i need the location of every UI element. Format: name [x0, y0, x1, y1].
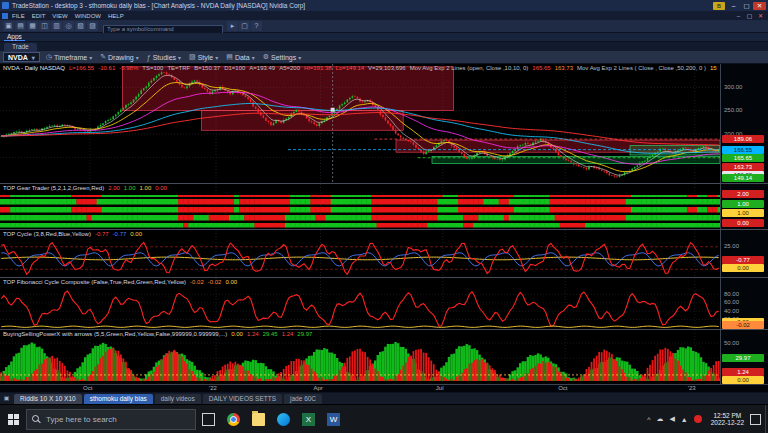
workspace-tab[interactable]: sthomoku daily bias: [84, 394, 153, 404]
cycle-plot[interactable]: [0, 230, 720, 278]
clock-date: 2022-12-22: [711, 419, 744, 426]
chart-analysis-icon[interactable]: ◫: [39, 21, 50, 31]
chart-tool-label: Studies: [153, 54, 176, 61]
menu-edit[interactable]: EDIT: [32, 13, 46, 19]
maximize-button[interactable]: ▢: [740, 2, 753, 10]
chart-tool-label: Timeframe: [54, 54, 87, 61]
close-button[interactable]: ✕: [753, 2, 766, 10]
chart-tool-settings[interactable]: ⚙Settings▾: [263, 53, 302, 61]
minimize-button[interactable]: –: [727, 2, 740, 9]
time-axis-label: '22: [209, 385, 217, 391]
chart-tool-drawing[interactable]: ✎Drawing▾: [100, 53, 139, 61]
chart-tool-label: Settings: [271, 54, 296, 61]
workspace-tab[interactable]: Riddls 10 X 10 X10: [14, 394, 82, 404]
network-icon[interactable]: ▲: [681, 416, 688, 423]
tradestation-window: TradeStation - desktop 3 - sthomoku dail…: [0, 0, 768, 433]
word-icon[interactable]: W: [327, 413, 340, 426]
save-icon[interactable]: ▦: [27, 21, 38, 31]
gear-trader-axis[interactable]: 2.001.001.000.00: [720, 184, 768, 229]
workspace-tab[interactable]: daily videos: [155, 394, 201, 404]
cycle-value: 0.00: [130, 231, 142, 237]
power-value: 1.24: [282, 331, 294, 337]
help-icon[interactable]: ?: [251, 21, 262, 31]
chart-tool-style[interactable]: ▨Style▾: [189, 53, 218, 61]
run-command-icon[interactable]: ▸: [227, 21, 238, 31]
fibonacci-panel[interactable]: TOP Fibonacci Cycle Composite (False,Tru…: [0, 277, 768, 329]
main-toolbar: ▣▤▦◫▥◎▧▨ ▸▢?: [0, 20, 768, 33]
price-chart-plot[interactable]: [0, 64, 720, 183]
header-segment: 163.73: [555, 65, 573, 71]
gear-value: 1.00: [124, 185, 136, 191]
notification-dot-icon[interactable]: [694, 415, 702, 423]
chevron-down-icon: ▾: [298, 54, 301, 61]
chart-tool-timeframe[interactable]: ◷Timeframe▾: [46, 53, 92, 61]
trade-row: Trade: [0, 42, 768, 51]
header-segment: Mov Avg Exp 2 Lines ( Close , Close ,50,…: [577, 65, 706, 71]
axis-tick-label: 300.00: [724, 84, 742, 91]
radar-screen-icon[interactable]: ◎: [63, 21, 74, 31]
mdi-restore-button[interactable]: ▢: [744, 12, 755, 19]
workspace-tab[interactable]: jade 60C: [284, 394, 322, 404]
taskbar-clock[interactable]: 12:52 PM 2022-12-22: [711, 412, 744, 426]
new-workspace-icon[interactable]: ▣: [3, 21, 14, 31]
price-panel[interactable]: NVDA - Daily NASDAQL=166.55-10.61-5.98%T…: [0, 64, 768, 183]
fibonacci-label: TOP Fibonacci Cycle Composite (False,Tru…: [3, 279, 241, 285]
time-axis[interactable]: Oct'22AprJulOct'23: [0, 384, 768, 392]
apps-row: Apps: [0, 33, 768, 42]
menu-file[interactable]: FILE: [12, 13, 25, 19]
axis-price-badge: 0.00: [722, 264, 764, 272]
start-button[interactable]: [0, 405, 26, 433]
chevron-up-icon[interactable]: ^: [647, 416, 650, 423]
chart-tool-studies[interactable]: ƒStudies▾: [147, 53, 181, 61]
mdi-close-button[interactable]: ✕: [755, 12, 766, 19]
pin-icon[interactable]: ▣: [2, 394, 11, 403]
action-center-icon[interactable]: [750, 414, 761, 425]
menu-window[interactable]: WINDOW: [75, 13, 101, 19]
volume-icon[interactable]: ◀: [669, 415, 674, 423]
buying-selling-power-plot[interactable]: [0, 330, 720, 385]
taskbar-search[interactable]: Type here to search: [26, 409, 196, 430]
time-axis-label: Jul: [436, 385, 444, 391]
fibonacci-axis[interactable]: 80.0060.0040.0020.000.00-0.02: [720, 278, 768, 329]
edge-icon[interactable]: [277, 413, 290, 426]
studies-icon: ƒ: [147, 54, 151, 61]
axis-price-badge: 2.00: [722, 190, 764, 198]
workspace-tabs: ▣ Riddls 10 X 10 X10sthomoku daily biasd…: [0, 392, 768, 404]
header-segment: V=29,103,696: [368, 65, 406, 71]
chrome-icon[interactable]: [227, 413, 240, 426]
price-axis[interactable]: 300.00250.00200.00150.00189.06166.55165.…: [720, 64, 768, 183]
trade-tab[interactable]: Trade: [4, 43, 37, 51]
header-segment: A5=200: [279, 65, 300, 71]
search-icon: [32, 415, 41, 424]
style-icon: ▨: [189, 53, 196, 61]
task-view-icon[interactable]: [202, 413, 215, 426]
gear-trader-panel[interactable]: TOP Gear Trader (5,2,1,2,Green,Red)2.001…: [0, 183, 768, 229]
chart-tool-data[interactable]: ▤Data▾: [226, 53, 254, 61]
excel-icon[interactable]: X: [302, 413, 315, 426]
account-badge[interactable]: B: [713, 2, 725, 10]
windows-logo-icon: [8, 414, 19, 425]
folder-icon[interactable]: [252, 413, 265, 426]
header-segment: Mov Avg Exp 2 Lines (open, Close ,10,10,…: [410, 65, 529, 71]
hot-lists-icon[interactable]: ▧: [75, 21, 86, 31]
mdi-minimize-button[interactable]: –: [733, 13, 744, 19]
open-workspace-icon[interactable]: ▤: [15, 21, 26, 31]
cycle-value: -0.77: [95, 231, 109, 237]
cloud-icon[interactable]: ☁: [656, 415, 663, 423]
cycle-axis[interactable]: 25.000.00-25.00-0.770.00: [720, 230, 768, 277]
time-axis-label: Oct: [83, 385, 92, 391]
cycle-panel[interactable]: TOP Cycle (3,8,Red,Blue,Yellow)-0.77-0.7…: [0, 229, 768, 277]
buying-selling-power-axis[interactable]: 50.0030.0010.0029.971.240.00: [720, 330, 768, 384]
workspace-tab[interactable]: DAILY VIDEOS SETTS: [203, 394, 282, 404]
layout-icon[interactable]: ▢: [239, 21, 250, 31]
axis-price-badge: 1.00: [722, 200, 764, 208]
axis-price-badge: -0.77: [722, 256, 764, 264]
menu-view[interactable]: VIEW: [52, 13, 67, 19]
buying-selling-power-panel[interactable]: BuyingSellingPowerX with arrows (5,5,Gre…: [0, 329, 768, 384]
matrix-icon[interactable]: ▥: [51, 21, 62, 31]
symbol-selector[interactable]: NVDA ▾: [3, 52, 40, 62]
news-icon[interactable]: ▨: [87, 21, 98, 31]
apps-tab[interactable]: Apps: [4, 33, 25, 41]
fibonacci-plot[interactable]: [0, 278, 720, 330]
axis-tick-label: 60.00: [724, 299, 739, 306]
